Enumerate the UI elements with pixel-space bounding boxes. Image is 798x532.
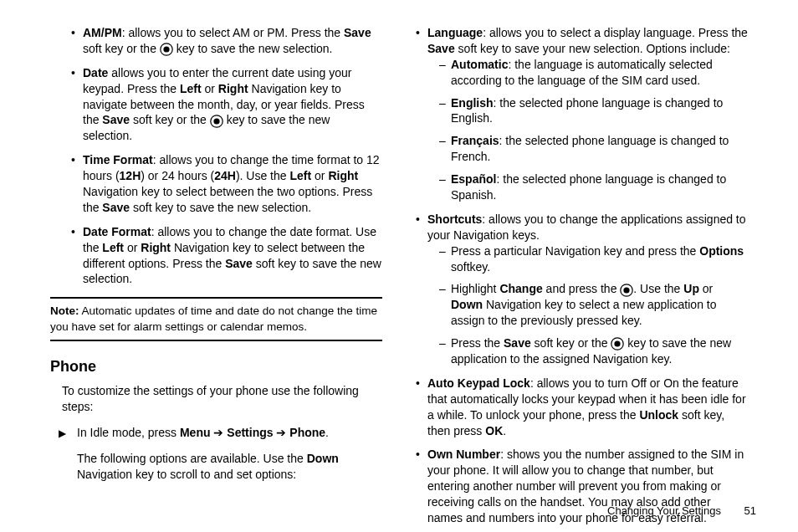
bullet-date-format: Date Format: allows you to change the da… — [71, 224, 382, 288]
bullet-auto-keypad-lock: Auto Keypad Lock: allows you to turn Off… — [416, 376, 748, 439]
note-label: Note: — [50, 304, 79, 317]
page-number: 51 — [744, 504, 756, 517]
footer-section: Changing Your Settings — [607, 504, 721, 517]
lang-automatic: Automatic: the language is automatically… — [439, 57, 748, 89]
note-text: Automatic updates of time and date do no… — [50, 304, 377, 332]
phone-intro: To customize the settings of your phone … — [62, 383, 382, 415]
phone-heading: Phone — [50, 356, 382, 376]
ok-key-icon — [620, 284, 633, 297]
right-column: Language: allows you to select a display… — [399, 25, 765, 490]
page-footer: Changing Your Settings 51 — [607, 504, 756, 517]
bullet-shortcuts: Shortcuts: allows you to change the appl… — [416, 212, 748, 367]
step-idle-mode: In Idle mode, press Menu ➔ Settings ➔ Ph… — [59, 425, 382, 441]
bullet-am-pm: AM/PM: allows you to select AM or PM. Pr… — [71, 25, 382, 57]
lang-espanol: Español: the selected phone language is … — [439, 171, 748, 203]
lang-english: English: the selected phone language is … — [439, 95, 748, 127]
left-column: AM/PM: allows you to select AM or PM. Pr… — [33, 25, 399, 490]
step-continuation: The following options are available. Use… — [77, 451, 382, 483]
shortcut-step-2: Highlight Change and press the . Use the… — [439, 281, 748, 329]
bullet-time-format: Time Format: allows you to change the ti… — [71, 152, 382, 216]
page: AM/PM: allows you to select AM or PM. Pr… — [0, 0, 798, 532]
note-box: Note: Automatic updates of time and date… — [50, 297, 382, 340]
shortcut-step-1: Press a particular Navigation key and pr… — [439, 243, 748, 275]
lang-francais: Français: the selected phone language is… — [439, 133, 748, 165]
shortcut-step-3: Press the Save soft key or the key to sa… — [439, 335, 748, 367]
bullet-language: Language: allows you to select a display… — [416, 25, 748, 203]
ok-key-icon — [160, 43, 173, 56]
ok-key-icon — [611, 337, 624, 350]
ok-key-icon — [210, 115, 223, 128]
bullet-date: Date allows you to enter the current dat… — [71, 65, 382, 144]
